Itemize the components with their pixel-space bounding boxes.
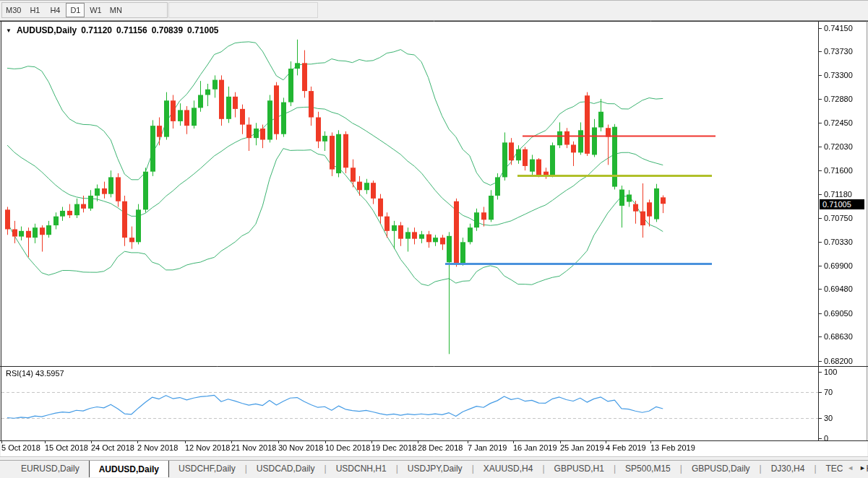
price-axis-label: 0.70330 bbox=[824, 238, 853, 247]
timeframe-button-h4[interactable]: H4 bbox=[46, 3, 64, 17]
price-axis-label: 0.73730 bbox=[824, 47, 853, 56]
price-axis-label: 0.68630 bbox=[824, 332, 853, 342]
date-axis-label: 16 Jan 2019 bbox=[513, 443, 557, 453]
ohlc-high: 0.71156 bbox=[116, 25, 147, 35]
timeframe-button-h1[interactable]: H1 bbox=[25, 3, 44, 17]
timeframe-button-w1[interactable]: W1 bbox=[86, 3, 105, 17]
price-axis-label: 0.72880 bbox=[824, 95, 853, 104]
chart-tab-bar: EURUSD,DailyAUDUSD,DailyUSDCHF,Daily|USD… bbox=[0, 460, 868, 477]
chart-tab-usdcnh-h1[interactable]: USDCNH,H1 bbox=[327, 461, 396, 477]
date-axis-label: 24 Oct 2018 bbox=[91, 443, 134, 453]
date-axis-label: 21 Nov 2018 bbox=[231, 443, 276, 453]
timeframe-button-mn[interactable]: MN bbox=[106, 3, 125, 17]
price-axis-label: 0.73300 bbox=[824, 71, 853, 80]
timeframe-button-d1[interactable]: D1 bbox=[66, 3, 85, 17]
price-axis-label: 0.71600 bbox=[824, 166, 853, 175]
price-axis-label: 0.72030 bbox=[824, 142, 853, 152]
price-axis-label: 0.74150 bbox=[824, 24, 853, 33]
chart-tab-usdchf-daily[interactable]: USDCHF,Daily bbox=[169, 461, 245, 477]
ohlc-open: 0.71120 bbox=[81, 25, 112, 35]
ohlc-close: 0.71005 bbox=[187, 25, 218, 35]
price-axis-label: 0.68200 bbox=[824, 357, 853, 366]
chart-tab-usdjpy-daily[interactable]: USDJPY,Daily bbox=[398, 461, 472, 477]
date-axis-label: 2 Nov 2018 bbox=[137, 443, 178, 453]
date-axis-label: 28 Dec 2018 bbox=[418, 443, 463, 453]
date-axis-label: 5 Oct 2018 bbox=[1, 443, 40, 453]
chart-tab-audusd-daily[interactable]: AUDUSD,Daily bbox=[89, 460, 169, 477]
date-axis-label: 7 Jan 2019 bbox=[468, 443, 507, 453]
price-axis-label: 0.70750 bbox=[824, 214, 853, 223]
chart-tab-xauusd-h4[interactable]: XAUUSD,H4 bbox=[474, 461, 543, 477]
tabs-scroll-right-icon[interactable]: ► bbox=[859, 463, 866, 473]
date-axis-label: 4 Feb 2019 bbox=[606, 443, 646, 453]
price-chart-canvas[interactable] bbox=[0, 0, 868, 478]
tab-scroll-controls: ◄ ► bbox=[843, 463, 866, 473]
timeframe-button-group: M30H1H4D1W1MN bbox=[1, 2, 168, 18]
rsi-scale-label: 30 bbox=[824, 414, 833, 423]
date-axis-label: 10 Dec 2018 bbox=[325, 443, 370, 453]
date-axis-label: 13 Feb 2019 bbox=[650, 443, 695, 453]
price-axis-label: 0.69900 bbox=[824, 261, 853, 271]
timeframe-button-m30[interactable]: M30 bbox=[3, 3, 24, 17]
chart-tab-dj30-h4[interactable]: DJ30,H4 bbox=[762, 461, 815, 477]
current-price-badge: 0.71005 bbox=[820, 199, 864, 209]
price-axis-label: 0.69480 bbox=[824, 284, 853, 294]
price-axis-label: 0.72450 bbox=[824, 118, 853, 128]
rsi-scale-label: 100 bbox=[824, 368, 837, 377]
chart-tab-gbpusd-daily[interactable]: GBPUSD,Daily bbox=[682, 461, 760, 477]
chart-tab-usdcad-daily[interactable]: USDCAD,Daily bbox=[247, 461, 325, 477]
date-axis-label: 19 Dec 2018 bbox=[371, 443, 416, 453]
chart-tab-gbpusd-h1[interactable]: GBPUSD,H1 bbox=[545, 461, 614, 477]
symbol-dropdown-icon[interactable]: ▼ bbox=[6, 27, 12, 34]
timeframe-toolbar: M30H1H4D1W1MN bbox=[0, 0, 868, 19]
date-axis-label: 25 Jan 2019 bbox=[560, 443, 604, 453]
chart-tab-sp500-m15[interactable]: SP500,M15 bbox=[616, 461, 680, 477]
chart-tab-eurusd-daily[interactable]: EURUSD,Daily bbox=[12, 461, 89, 477]
date-axis-label: 30 Nov 2018 bbox=[278, 443, 323, 453]
rsi-indicator-label: RSI(14) 43.5957 bbox=[6, 369, 64, 378]
rsi-scale-label: 70 bbox=[824, 388, 833, 397]
price-axis-label: 0.69050 bbox=[824, 309, 853, 318]
rsi-scale-label: 0 bbox=[824, 434, 828, 443]
date-axis-label: 12 Nov 2018 bbox=[185, 443, 230, 453]
tabs-scroll-left-icon[interactable]: ◄ bbox=[847, 463, 854, 473]
chart-symbol-label: AUDUSD,Daily bbox=[17, 25, 77, 35]
date-axis-label: 15 Oct 2018 bbox=[45, 443, 88, 453]
chart-title: ▼AUDUSD,Daily0.711200.711560.708390.7100… bbox=[6, 25, 219, 35]
price-axis-label: 0.71180 bbox=[824, 190, 852, 199]
toolbar-panel bbox=[168, 2, 318, 18]
ohlc-low: 0.70839 bbox=[152, 25, 183, 35]
